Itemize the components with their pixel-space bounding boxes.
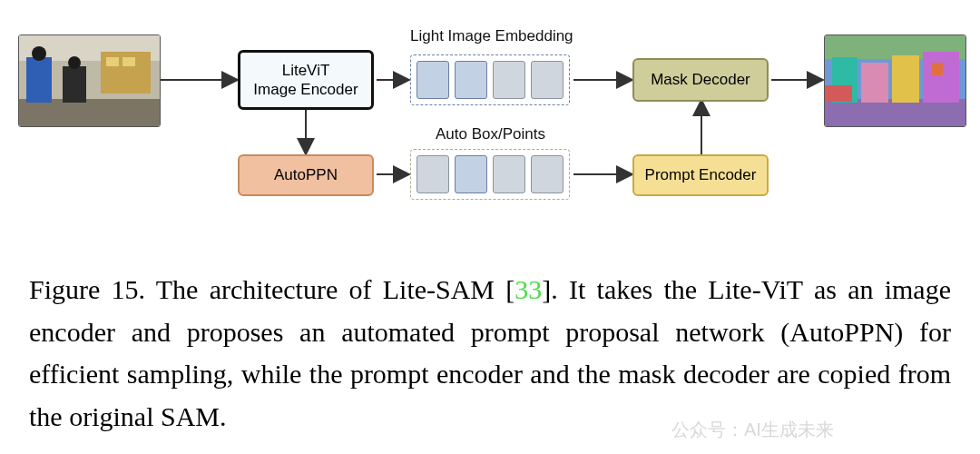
svg-rect-26: [825, 85, 852, 102]
auto-boxpoints-label: Auto Box/Points: [436, 125, 545, 143]
image-encoder-block: LiteViT Image Encoder: [238, 50, 374, 110]
figure-caption: Figure 15. The architecture of Lite-SAM …: [0, 245, 980, 438]
output-image: [824, 35, 966, 127]
svg-rect-11: [26, 57, 52, 103]
svg-rect-10: [19, 99, 160, 126]
light-embedding-label: Light Image Embedding: [410, 27, 573, 45]
svg-point-12: [32, 46, 46, 61]
mask-decoder-block: Mask Decoder: [632, 58, 769, 102]
svg-rect-20: [825, 99, 965, 126]
svg-rect-17: [122, 57, 135, 66]
svg-rect-22: [861, 63, 888, 103]
svg-rect-24: [923, 52, 959, 103]
watermark-text: 公众号：AI生成未来: [671, 418, 834, 442]
autoppn-block: AutoPPN: [238, 154, 374, 196]
svg-rect-25: [932, 63, 943, 75]
auto-boxpoints-tiles: [410, 149, 570, 200]
input-image: [18, 35, 161, 127]
svg-rect-23: [892, 55, 919, 103]
light-embedding-tiles: [410, 54, 570, 105]
figure-number: Figure 15.: [29, 274, 145, 304]
prompt-encoder-block: Prompt Encoder: [632, 154, 769, 196]
citation-ref[interactable]: 33: [514, 274, 542, 304]
caption-pre: The architecture of Lite-SAM [: [145, 274, 514, 304]
svg-rect-16: [106, 57, 119, 66]
svg-rect-13: [63, 66, 86, 103]
architecture-diagram: LiteViT Image Encoder Light Image Embedd…: [0, 0, 980, 245]
svg-point-14: [68, 56, 81, 69]
